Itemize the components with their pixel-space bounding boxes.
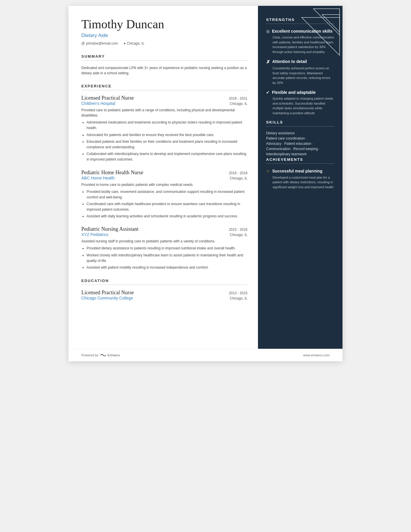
summary-text: Dedicated and compassionate LPN with 3+ … bbox=[81, 65, 247, 76]
exp-company-2: XYZ Pediatrics bbox=[81, 232, 108, 237]
achievement-desc-0: Developed a customized meal plan for a p… bbox=[266, 175, 334, 190]
svg-marker-2 bbox=[302, 17, 340, 55]
achievements-section: ACHIEVEMENTS ☆ Successful meal planning … bbox=[266, 157, 334, 189]
skill-item-4: Interdisciplinary teamwork bbox=[266, 152, 334, 156]
location-contact: ♦ Chicago, IL bbox=[124, 41, 145, 45]
exp-bullets-2: Provided dietary assistance to patients … bbox=[81, 246, 247, 270]
exp-dates-2: 2015 - 2016 bbox=[229, 228, 247, 232]
strength-title-row-2: ✔ Flexible and adaptable bbox=[266, 90, 334, 95]
summary-heading: SUMMARY bbox=[81, 54, 247, 59]
edu-school-0: Chicago Community College bbox=[81, 296, 133, 300]
bullet-2-2: Assisted with patient mobility resulting… bbox=[87, 265, 247, 270]
strength-desc-2: Quickly adapted to changing patient need… bbox=[266, 96, 334, 115]
exp-title-1: Pediatric Home Health Nurse bbox=[81, 170, 143, 176]
exp-company-row-0: Children's Hospital Chicago, IL bbox=[81, 101, 247, 106]
email-contact: @ johndoe@email.com bbox=[81, 41, 118, 45]
achievement-title-0: Successful meal planning bbox=[272, 168, 322, 174]
exp-company-row-1: ABC Home Health Chicago, IL bbox=[81, 176, 247, 180]
strength-title-2: Flexible and adaptable bbox=[272, 90, 316, 95]
achievement-icon-0: ☆ bbox=[266, 169, 270, 174]
bullet-0-0: Administered medications and treatments … bbox=[87, 120, 247, 131]
experience-divider bbox=[81, 90, 247, 90]
exp-entry-0: Licensed Practical Nurse 2018 - 2021 Chi… bbox=[81, 95, 247, 162]
exp-desc-2: Assisted nursing staff in providing care… bbox=[81, 239, 247, 244]
brand-name: Enhancv bbox=[108, 353, 120, 357]
achievements-divider bbox=[266, 163, 334, 164]
edu-entry-0: Licensed Practical Nurse 2013 - 2015 Chi… bbox=[81, 290, 247, 300]
bullet-1-2: Assisted with daily learning activities … bbox=[87, 214, 247, 219]
candidate-name: Timothy Duncan bbox=[81, 17, 247, 31]
exp-desc-1: Provided in-home care to pediatric patie… bbox=[81, 182, 247, 187]
exp-entry-2: Pediatric Nursing Assistant 2015 - 2016 … bbox=[81, 226, 247, 270]
education-heading: EDUCATION bbox=[81, 279, 247, 283]
strength-item-2: ✔ Flexible and adaptable Quickly adapted… bbox=[266, 90, 334, 115]
summary-divider bbox=[81, 60, 247, 61]
exp-location-0: Chicago, IL bbox=[230, 102, 247, 106]
location-icon: ♦ bbox=[124, 41, 126, 45]
header-section: Timothy Duncan Dietary Aide @ johndoe@em… bbox=[81, 17, 247, 45]
strength-icon-0: ◎ bbox=[266, 29, 270, 34]
exp-bullets-0: Administered medications and treatments … bbox=[81, 120, 247, 162]
powered-by-label: Powered by bbox=[81, 353, 98, 357]
experience-heading: EXPERIENCE bbox=[81, 84, 247, 88]
exp-company-row-2: XYZ Pediatrics Chicago, IL bbox=[81, 232, 247, 237]
exp-dates-0: 2018 - 2021 bbox=[229, 96, 247, 101]
skill-item-2: Advocacy · Patient education · bbox=[266, 142, 334, 146]
achievement-item-0: ☆ Successful meal planning Developed a c… bbox=[266, 168, 334, 189]
skill-item-3: Communication · Record keeping · bbox=[266, 147, 334, 151]
exp-location-2: Chicago, IL bbox=[230, 233, 247, 237]
exp-dates-1: 2016 - 2018 bbox=[229, 171, 247, 175]
exp-bullets-1: Provided bodily care, movement assistanc… bbox=[81, 189, 247, 219]
exp-company-0: Children's Hospital bbox=[81, 101, 115, 106]
exp-header-row-2: Pediatric Nursing Assistant 2015 - 2016 bbox=[81, 226, 247, 232]
candidate-title: Dietary Aide bbox=[81, 33, 247, 38]
edu-location-0: Chicago, IL bbox=[230, 296, 247, 300]
svg-marker-0 bbox=[313, 9, 340, 35]
footer-left: Powered by Enhancv bbox=[81, 353, 120, 357]
achievements-heading: ACHIEVEMENTS bbox=[266, 157, 334, 162]
edu-school-row-0: Chicago Community College Chicago, IL bbox=[81, 296, 247, 300]
skills-section: SKILLS Dietary assistance · Patient care… bbox=[266, 120, 334, 156]
exp-location-1: Chicago, IL bbox=[230, 176, 247, 180]
experience-section: EXPERIENCE Licensed Practical Nurse 2018… bbox=[81, 84, 247, 270]
edu-header-row-0: Licensed Practical Nurse 2013 - 2015 bbox=[81, 290, 247, 296]
enhancv-logo-icon bbox=[100, 353, 106, 357]
left-column: Timothy Duncan Dietary Aide @ johndoe@em… bbox=[68, 6, 258, 361]
decorative-triangles bbox=[278, 6, 342, 70]
exp-header-row-1: Pediatric Home Health Nurse 2016 - 2018 bbox=[81, 170, 247, 176]
exp-title-0: Licensed Practical Nurse bbox=[81, 95, 134, 101]
exp-entry-1: Pediatric Home Health Nurse 2016 - 2018 … bbox=[81, 170, 247, 219]
svg-marker-1 bbox=[322, 15, 340, 32]
education-section: EDUCATION Licensed Practical Nurse 2013 … bbox=[81, 279, 247, 320]
exp-title-2: Pediatric Nursing Assistant bbox=[81, 226, 138, 232]
exp-desc-0: Provided care to pediatric patients with… bbox=[81, 108, 247, 118]
bullet-1-1: Coordinated care with multiple healthcar… bbox=[87, 201, 247, 212]
skill-item-1: Patient care coordination · bbox=[266, 136, 334, 140]
exp-company-1: ABC Home Health bbox=[81, 176, 115, 180]
email-icon: @ bbox=[81, 41, 85, 45]
header-contact: @ johndoe@email.com ♦ Chicago, IL bbox=[81, 41, 247, 45]
strength-icon-2: ✔ bbox=[266, 90, 270, 95]
skill-item-0: Dietary assistance · bbox=[266, 131, 334, 135]
footer-logo: Enhancv bbox=[100, 353, 120, 357]
bullet-1-0: Provided bodily care, movement assistanc… bbox=[87, 189, 247, 200]
education-divider bbox=[81, 285, 247, 285]
footer-website: www.enhancv.com bbox=[303, 353, 330, 357]
summary-section: SUMMARY Dedicated and compassionate LPN … bbox=[81, 54, 247, 76]
achievement-title-row-0: ☆ Successful meal planning bbox=[266, 168, 334, 174]
edu-dates-0: 2013 - 2015 bbox=[229, 291, 247, 295]
skills-heading: SKILLS bbox=[266, 120, 334, 124]
resume-container: Timothy Duncan Dietary Aide @ johndoe@em… bbox=[68, 6, 342, 361]
bullet-2-1: Worked closely with interdisciplinary he… bbox=[87, 253, 247, 264]
exp-header-row-0: Licensed Practical Nurse 2018 - 2021 bbox=[81, 95, 247, 101]
strength-icon-1: ✗ bbox=[266, 59, 270, 65]
bullet-0-2: Educated patients and their families on … bbox=[87, 139, 247, 150]
skills-divider bbox=[266, 126, 334, 126]
bullet-2-0: Provided dietary assistance to patients … bbox=[87, 246, 247, 251]
bullet-0-3: Collaborated with interdisciplinary team… bbox=[87, 151, 247, 162]
footer: Powered by Enhancv www.enhancv.com bbox=[68, 349, 342, 361]
bullet-0-1: Advocated for patients and families to e… bbox=[87, 132, 247, 138]
edu-degree-0: Licensed Practical Nurse bbox=[81, 290, 134, 296]
